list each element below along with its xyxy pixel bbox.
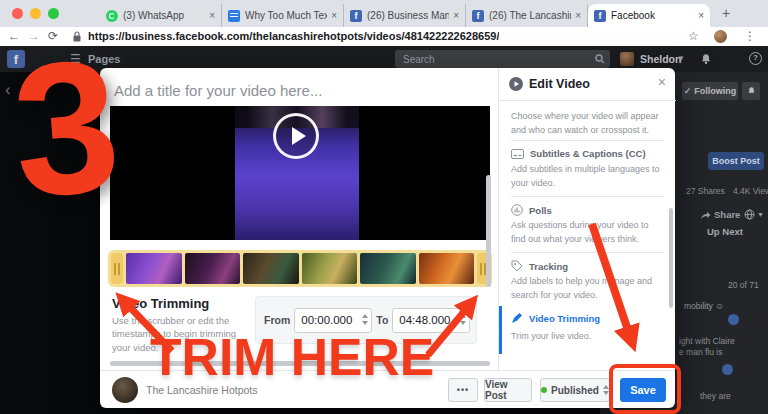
- new-tab-button[interactable]: +: [722, 5, 730, 21]
- tab-close-icon[interactable]: ×: [209, 10, 215, 21]
- browser-tab-bar: (3) WhatsApp × Why Too Much Text On You …: [0, 0, 768, 27]
- search-input[interactable]: [395, 50, 593, 68]
- section-description: Trim your live video.: [511, 330, 661, 344]
- tab-label: Facebook: [611, 10, 694, 21]
- browser-toolbar: ← → ⟳ https://business.facebook.com/thel…: [0, 27, 768, 47]
- globe-privacy-icon[interactable]: [744, 209, 755, 220]
- video-player[interactable]: [110, 106, 490, 240]
- reaction-icon: [728, 314, 739, 325]
- tab-label: (3) WhatsApp: [123, 10, 205, 21]
- tab-close-icon[interactable]: ×: [575, 10, 581, 21]
- divider: [511, 252, 664, 253]
- view-post-button[interactable]: View Post: [484, 378, 532, 402]
- comment-fragment: e man flu is: [679, 347, 722, 357]
- video-title-input[interactable]: [112, 79, 486, 101]
- tab-business-manager[interactable]: (26) Business Manager ×: [344, 4, 466, 27]
- tab-label: (26) The Lancashire Hotpot: [489, 10, 571, 21]
- following-label: Following: [694, 86, 736, 96]
- facebook-icon: [594, 10, 606, 22]
- traffic-light-minimize[interactable]: [30, 8, 41, 19]
- panel-header: Edit Video ×: [499, 68, 676, 101]
- panel-scrollbar[interactable]: [669, 208, 673, 308]
- trim-scrubber-strip: [108, 250, 492, 287]
- user-avatar[interactable]: [620, 52, 634, 66]
- bell-icon: [747, 86, 756, 96]
- play-circle-icon: [509, 77, 523, 91]
- chevron-down-icon: ▼: [757, 211, 764, 218]
- section-heading-row: Video Trimming: [511, 312, 600, 324]
- play-button[interactable]: [273, 113, 319, 159]
- share-button[interactable]: Share: [714, 209, 740, 220]
- more-options-button[interactable]: •••: [448, 378, 478, 402]
- trim-handle-left[interactable]: [111, 253, 123, 284]
- published-status-dot: [541, 387, 547, 393]
- close-icon[interactable]: ×: [658, 74, 666, 90]
- check-icon: ✓: [684, 86, 692, 96]
- tab-facebook-active[interactable]: Facebook ×: [588, 4, 710, 27]
- section-polls[interactable]: Polls: [511, 204, 552, 216]
- polls-icon: [511, 204, 523, 216]
- views-count: 4.4K Views: [733, 186, 768, 196]
- film-thumbnail: [360, 253, 416, 284]
- notifications-bell-icon[interactable]: [700, 53, 712, 65]
- browser-profile-avatar[interactable]: [714, 30, 727, 43]
- tab-close-icon[interactable]: ×: [331, 10, 337, 21]
- tab-whatsapp[interactable]: (3) WhatsApp ×: [100, 4, 222, 27]
- film-thumbnail: [419, 253, 475, 284]
- to-label: To: [376, 314, 388, 326]
- traffic-light-zoom[interactable]: [48, 8, 59, 19]
- address-bar[interactable]: https://business.facebook.com/thelancash…: [88, 27, 499, 45]
- sort-arrows-icon: [603, 385, 609, 395]
- trim-here-annotation: TRIM HERE: [150, 326, 434, 388]
- modal-scrollbar[interactable]: [486, 175, 491, 287]
- following-button[interactable]: ✓ Following: [682, 82, 738, 100]
- step-number-annotation: 3: [8, 31, 125, 226]
- section-tracking[interactable]: Tracking: [511, 260, 568, 272]
- published-status-button[interactable]: Published: [540, 378, 610, 402]
- section-video-trimming-active[interactable]: Video Trimming Trim your live video.: [499, 306, 676, 354]
- reaction-icon: [722, 364, 733, 375]
- tab-lancashire-hotpots[interactable]: (26) The Lancashire Hotpot ×: [466, 4, 588, 27]
- facebook-icon: [350, 10, 362, 22]
- trim-pen-icon: [511, 312, 523, 324]
- panel-title: Edit Video: [529, 77, 590, 91]
- bookmark-star-icon[interactable]: ☆: [688, 27, 699, 45]
- boost-post-button[interactable]: Boost Post: [708, 152, 764, 170]
- save-button[interactable]: Save: [620, 378, 666, 402]
- traffic-light-close[interactable]: [12, 8, 23, 19]
- tab-close-icon[interactable]: ×: [453, 10, 459, 21]
- screen: (3) WhatsApp × Why Too Much Text On You …: [0, 0, 768, 414]
- edit-video-panel: Edit Video × Choose where your video wil…: [498, 68, 675, 370]
- divider: [511, 140, 664, 141]
- help-icon[interactable]: ?: [749, 52, 762, 65]
- section-heading: Polls: [529, 205, 552, 216]
- section-description: Add subtitles in multiple languages to y…: [511, 163, 661, 190]
- stepper-arrows[interactable]: [460, 314, 466, 325]
- tab-close-icon[interactable]: ×: [698, 10, 704, 21]
- page-avatar: [112, 377, 138, 403]
- from-label: From: [264, 314, 290, 326]
- section-heading: Subtitles & Captions (CC): [530, 148, 646, 159]
- tag-icon: [511, 260, 523, 272]
- comment-fragment: mobility ☺: [684, 301, 724, 311]
- share-arrow-icon: [700, 211, 711, 220]
- facebook-search[interactable]: [395, 50, 610, 68]
- comment-fragment: ight with Claire: [679, 336, 735, 346]
- up-next-label: Up Next: [707, 226, 743, 237]
- facebook-icon: [472, 10, 484, 22]
- section-description: Ask questions during your video to find …: [511, 219, 661, 246]
- page-bell-button[interactable]: [742, 82, 760, 100]
- section-subtitles[interactable]: Subtitles & Captions (CC): [511, 148, 646, 159]
- browser-menu-icon[interactable]: ⋮: [744, 27, 756, 45]
- shares-count: 27 Shares: [686, 186, 725, 196]
- panel-intro-text: Choose where your video will appear and …: [511, 110, 663, 137]
- stepper-arrows[interactable]: [362, 314, 368, 325]
- video-counter: 20 of 71: [728, 280, 759, 290]
- divider: [511, 196, 664, 197]
- tab-article[interactable]: Why Too Much Text On You ×: [222, 4, 344, 27]
- film-thumbnail: [126, 253, 182, 284]
- chevron-down-icon[interactable]: ▼: [677, 46, 685, 72]
- section-heading: Video Trimming: [529, 313, 600, 324]
- section-heading: Tracking: [529, 261, 568, 272]
- published-label: Published: [551, 385, 599, 396]
